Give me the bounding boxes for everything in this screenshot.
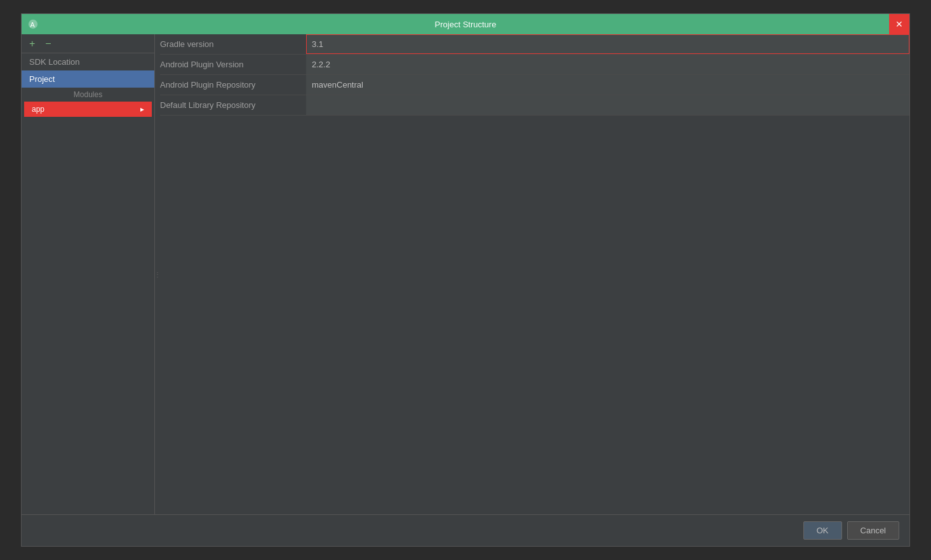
prop-label-gradle-version: Gradle version: [160, 34, 306, 55]
prop-input-default-library-repository[interactable]: [306, 95, 909, 115]
prop-value-cell-android-plugin-repository: [306, 75, 909, 95]
prop-input-android-plugin-repository[interactable]: [306, 75, 909, 95]
svg-text:A: A: [30, 21, 36, 29]
dialog-content: + − SDK Location Project Modules app ▸: [22, 34, 909, 514]
project-structure-dialog: A Project Structure ✕ + − SDK Location P…: [21, 13, 910, 547]
cancel-button[interactable]: Cancel: [847, 521, 899, 540]
remove-item-button[interactable]: −: [43, 37, 53, 50]
prop-value-cell-gradle-version: [306, 34, 909, 55]
dialog-footer: OK Cancel: [22, 514, 909, 546]
prop-input-android-plugin-version[interactable]: [306, 55, 909, 74]
property-row-android-plugin-repository: Android Plugin Repository: [160, 75, 909, 95]
properties-table: Gradle versionAndroid Plugin VersionAndr…: [160, 34, 909, 116]
app-icon: A: [27, 18, 39, 30]
sidebar-divider[interactable]: ⋮: [155, 34, 160, 514]
close-button[interactable]: ✕: [889, 14, 909, 34]
sidebar-item-project[interactable]: Project: [22, 70, 154, 88]
prop-label-android-plugin-repository: Android Plugin Repository: [160, 75, 306, 95]
dialog-title: Project Structure: [435, 20, 497, 29]
prop-value-cell-default-library-repository: [306, 95, 909, 116]
main-panel: Gradle versionAndroid Plugin VersionAndr…: [160, 34, 909, 514]
prop-label-default-library-repository: Default Library Repository: [160, 95, 306, 116]
module-arrow-icon: ▸: [140, 105, 144, 114]
add-item-button[interactable]: +: [27, 37, 37, 50]
modules-section-label: Modules: [22, 88, 154, 102]
title-bar: A Project Structure ✕: [22, 14, 909, 34]
prop-value-cell-android-plugin-version: [306, 55, 909, 75]
property-row-default-library-repository: Default Library Repository: [160, 95, 909, 116]
property-row-gradle-version: Gradle version: [160, 34, 909, 55]
property-row-android-plugin-version: Android Plugin Version: [160, 55, 909, 75]
ok-button[interactable]: OK: [803, 521, 842, 540]
sidebar-item-sdk-location[interactable]: SDK Location: [22, 53, 154, 70]
prop-label-android-plugin-version: Android Plugin Version: [160, 55, 306, 75]
prop-input-gradle-version[interactable]: [306, 34, 909, 54]
sidebar-items: SDK Location Project Modules app ▸: [22, 53, 154, 117]
sidebar-item-app-module[interactable]: app ▸: [24, 102, 152, 117]
sidebar-toolbar: + −: [22, 34, 154, 53]
sidebar: + − SDK Location Project Modules app ▸: [22, 34, 155, 514]
